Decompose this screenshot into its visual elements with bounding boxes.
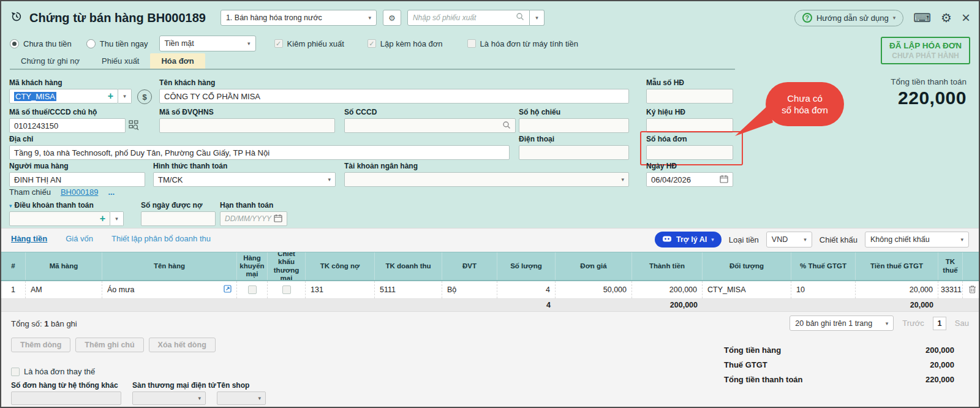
tab-revenue-allocation[interactable]: Thiết lập phân bổ doanh thu <box>111 234 211 243</box>
clear-rows-button[interactable]: Xóa hết dòng <box>149 338 216 352</box>
tax-lookup-icon[interactable] <box>129 120 139 133</box>
add-note-button[interactable]: Thêm ghi chú <box>75 338 143 352</box>
tab-debit-document[interactable]: Chứng từ ghi nợ <box>10 53 91 69</box>
marketplace-label: Sàn thương mại điện tử <box>132 381 206 390</box>
record-count: Tổng số: 1 bản ghi <box>11 319 77 328</box>
tab-invoice[interactable]: Hóa đơn <box>150 53 205 69</box>
radio-not-collected[interactable]: Chưa thu tiền <box>10 39 72 48</box>
chevron-down-icon: ▾ <box>960 236 963 243</box>
voucher-search-dropdown[interactable]: ▾ <box>530 10 545 26</box>
checkbox-pos-invoice[interactable]: Là hóa đơn từ máy tính tiền <box>467 39 578 48</box>
keyboard-shortcut-icon[interactable]: ⌨ <box>913 12 931 24</box>
cccd-input[interactable] <box>344 118 516 133</box>
voucher-search: Nhập số phiếu xuất ▾ <box>407 10 545 26</box>
ai-assistant-button[interactable]: Trợ lý AI ▾ <box>655 232 722 247</box>
tab-items-amount[interactable]: Hàng tiền <box>11 234 47 243</box>
row-buttons: Thêm dòng Thêm ghi chú Xóa hết dòng <box>11 338 216 352</box>
discount-select[interactable]: Không chiết khấu ▾ <box>865 232 969 247</box>
header-total-value: 220,000 <box>891 88 967 108</box>
tax-code-input[interactable]: 0101243150 <box>9 118 126 133</box>
address-input[interactable]: Tầng 9, tòa nhà Technosoft, phố Duy Tân,… <box>9 145 510 160</box>
radio-collect-now[interactable]: Thu tiền ngay <box>86 39 148 48</box>
buyer-input[interactable]: ĐINH THỊ AN <box>9 172 145 187</box>
invoice-number-input[interactable] <box>646 145 733 160</box>
calendar-icon[interactable] <box>274 214 282 224</box>
payment-method-select[interactable]: TM/CK ▾ <box>153 172 336 187</box>
tab-delivery-note[interactable]: Phiếu xuất <box>91 53 150 69</box>
help-guide-button[interactable]: ? Hướng dẫn sử dụng ▾ <box>794 10 903 26</box>
totals-block: Tổng tiền hàng 200,000 Thuế GTGT 20,000 … <box>724 342 954 387</box>
bank-account-select[interactable]: ▾ <box>344 172 629 187</box>
chevron-down-icon: ▾ <box>804 236 807 243</box>
passport-input[interactable] <box>519 118 629 133</box>
invoice-status-badge: ĐÃ LẬP HÓA ĐƠN CHƯA PHÁT HÀNH <box>881 37 970 64</box>
checkbox-with-delivery[interactable]: ✓ Kiêm phiếu xuất <box>274 39 344 48</box>
expand-item-icon[interactable] <box>224 285 232 295</box>
add-customer-icon[interactable]: + <box>108 91 113 102</box>
current-page[interactable]: 1 <box>933 317 946 330</box>
marketplace-select[interactable]: ▾ <box>132 391 206 405</box>
chevron-down-icon: ▾ <box>886 320 889 327</box>
budget-code-input[interactable] <box>159 118 335 133</box>
cash-method-select[interactable]: Tiền mặt ▾ <box>159 36 256 51</box>
replacement-invoice-checkbox[interactable]: Là hóa đơn thay thế <box>11 367 266 376</box>
add-terms-icon[interactable]: + <box>100 213 105 224</box>
items-area: Hàng tiền Giá vốn Thiết lập phân bổ doan… <box>1 228 979 408</box>
payment-terms-dropdown[interactable]: ▾ <box>110 211 124 226</box>
delete-row-icon[interactable] <box>968 285 976 295</box>
next-page-button[interactable]: Sau <box>955 319 969 328</box>
summary-amount: 200,000 <box>632 299 703 311</box>
customer-balance-icon[interactable]: $ <box>137 89 152 104</box>
table-row[interactable]: 1 AM Áo mưa 131 5111 Bộ 4 50,000 200,000… <box>1 281 980 299</box>
prev-page-button[interactable]: Trước <box>902 319 924 328</box>
tab-cost-price[interactable]: Giá vốn <box>66 234 93 243</box>
invoice-series-input[interactable] <box>646 118 733 133</box>
reference-link[interactable]: BH000189 <box>61 187 98 197</box>
table-summary-row: 4 200,000 20,000 <box>1 299 980 312</box>
radio-selected-icon <box>10 39 19 48</box>
calendar-icon[interactable] <box>720 175 728 185</box>
close-icon[interactable]: × <box>962 10 970 25</box>
invoice-date-input[interactable]: 06/04/2026 <box>646 172 733 187</box>
history-icon[interactable] <box>10 10 23 26</box>
grand-total-value: 220,000 <box>925 375 954 384</box>
chevron-down-icon: ▾ <box>535 15 538 21</box>
items-table: # Mã hàng Tên hàng Hàng khuyến mại Chiết… <box>1 252 980 312</box>
customer-name-input[interactable]: CÔNG TY CỔ PHẦN MISA <box>159 89 629 104</box>
summary-vat-amount: 20,000 <box>856 299 938 311</box>
customer-code-input[interactable]: CTY_MISA + <box>9 89 118 104</box>
doc-type-select[interactable]: 1. Bán hàng hóa trong nước ▾ <box>221 10 377 26</box>
payment-method-label: Hình thức thanh toán <box>153 162 336 170</box>
invoice-number-label: Số hóa đơn <box>646 135 733 143</box>
address-label: Địa chỉ <box>9 135 510 143</box>
promo-checkbox-icon[interactable] <box>248 285 257 294</box>
currency-label: Loại tiền <box>729 235 759 244</box>
external-order-label: Số đơn hàng từ hệ thống khác <box>11 381 121 390</box>
question-icon: ? <box>802 13 812 23</box>
external-order-input[interactable] <box>11 391 121 405</box>
collapse-icon[interactable]: ▾ <box>9 203 12 209</box>
payment-terms-input[interactable]: + <box>9 211 110 226</box>
per-page-select[interactable]: 20 bản ghi trên 1 trang ▾ <box>790 315 894 331</box>
goods-total-value: 200,000 <box>925 346 954 355</box>
shop-name-select[interactable]: ▾ <box>217 391 266 405</box>
invoice-template-input[interactable] <box>646 89 733 104</box>
pagination: 20 bản ghi trên 1 trang ▾ Trước 1 Sau <box>790 315 969 331</box>
doc-type-settings-button[interactable]: ⚙ <box>383 10 401 26</box>
debt-days-label: Số ngày được nợ <box>141 201 216 210</box>
goods-total-label: Tổng tiền hàng <box>724 346 781 355</box>
summary-quantity: 4 <box>497 299 556 311</box>
trade-discount-checkbox-icon[interactable] <box>282 285 291 294</box>
tabs-row: Chứng từ ghi nợ Phiếu xuất Hóa đơn <box>1 53 979 70</box>
due-date-input[interactable]: DD/MM/YYYY <box>220 211 287 226</box>
customer-name-label: Tên khách hàng <box>159 78 629 87</box>
currency-select[interactable]: VND ▾ <box>766 232 812 247</box>
phone-input[interactable] <box>519 145 629 160</box>
debt-days-input[interactable] <box>141 211 216 226</box>
reference-more-link[interactable]: ... <box>108 187 115 197</box>
voucher-search-input[interactable]: Nhập số phiếu xuất <box>407 10 530 26</box>
customer-code-dropdown[interactable]: ▾ <box>118 89 132 104</box>
checkbox-with-invoice[interactable]: ✓ Lập kèm hóa đơn <box>368 39 443 48</box>
add-row-button[interactable]: Thêm dòng <box>11 338 70 352</box>
settings-gear-icon[interactable]: ⚙ <box>941 12 952 24</box>
